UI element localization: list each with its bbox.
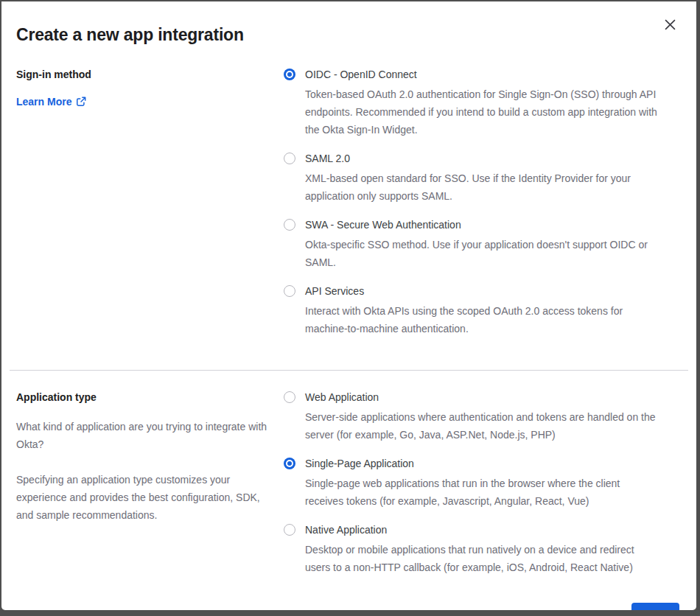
- radio-button[interactable]: [284, 458, 295, 469]
- radio-button[interactable]: [284, 524, 295, 536]
- radio-option-label: OIDC - OpenID Connect: [305, 69, 660, 81]
- radio-option-label: API Services: [305, 285, 660, 298]
- application-type-help-text: Specifying an application type customize…: [16, 471, 273, 524]
- signin-method-left-column: Sign-in method Learn More: [16, 69, 284, 337]
- application-type-option-native-application[interactable]: Native Application Desktop or mobile app…: [284, 524, 682, 576]
- external-link-icon: [76, 97, 86, 107]
- close-icon: [665, 19, 676, 30]
- radio-option-label: SAML 2.0: [305, 153, 660, 165]
- radio-option-label: Single-Page Application: [305, 458, 660, 470]
- application-type-option-web-application[interactable]: Web Application Server-side applications…: [284, 391, 682, 444]
- radio-option-description: Server-side applications where authentic…: [305, 408, 660, 444]
- signin-method-option-oidc-openid-connect[interactable]: OIDC - OpenID Connect Token-based OAuth …: [284, 69, 682, 139]
- signin-method-options: OIDC - OpenID Connect Token-based OAuth …: [284, 69, 682, 337]
- radio-button[interactable]: [284, 219, 295, 231]
- radio-option-label: SWA - Secure Web Authentication: [305, 219, 660, 231]
- signin-method-option-saml-2-0[interactable]: SAML 2.0 XML-based open standard for SSO…: [284, 153, 682, 205]
- application-type-question: What kind of application are you trying …: [16, 418, 273, 453]
- next-button[interactable]: Next: [631, 603, 679, 610]
- signin-method-option-swa-secure-web-authentication[interactable]: SWA - Secure Web Authentication Okta-spe…: [284, 219, 682, 271]
- radio-button[interactable]: [284, 391, 295, 403]
- radio-option-description: Desktop or mobile applications that run …: [305, 541, 660, 576]
- learn-more-link[interactable]: Learn More: [16, 96, 86, 108]
- close-button[interactable]: [662, 16, 678, 32]
- radio-option-label: Native Application: [305, 524, 660, 536]
- radio-option-label: Web Application: [305, 391, 660, 404]
- radio-option-description: Interact with Okta APIs using the scoped…: [305, 302, 660, 337]
- radio-option-description: Single-page web applications that run in…: [305, 475, 660, 510]
- section-divider: [10, 370, 688, 371]
- radio-button[interactable]: [284, 69, 295, 80]
- radio-option-description: Token-based OAuth 2.0 authentication for…: [305, 85, 660, 139]
- application-type-section: Application type What kind of applicatio…: [16, 391, 682, 576]
- application-type-option-single-page-application[interactable]: Single-Page Application Single-page web …: [284, 458, 682, 510]
- radio-button[interactable]: [284, 153, 295, 164]
- dialog-footer: Cancel Next: [16, 603, 682, 610]
- application-type-label: Application type: [16, 391, 284, 403]
- signin-method-section: Sign-in method Learn More OIDC - OpenID …: [16, 69, 682, 337]
- radio-option-description: XML-based open standard for SSO. Use if …: [305, 169, 660, 205]
- create-app-integration-dialog: Create a new app integration Sign-in met…: [1, 1, 696, 610]
- dialog-title: Create a new app integration: [16, 25, 682, 45]
- radio-option-description: Okta-specific SSO method. Use if your ap…: [305, 236, 660, 271]
- radio-button[interactable]: [284, 285, 295, 297]
- application-type-left-column: Application type What kind of applicatio…: [16, 391, 284, 576]
- application-type-options: Web Application Server-side applications…: [284, 391, 682, 576]
- signin-method-option-api-services[interactable]: API Services Interact with Okta APIs usi…: [284, 285, 682, 337]
- signin-method-label: Sign-in method: [16, 69, 284, 80]
- learn-more-label: Learn More: [16, 96, 71, 108]
